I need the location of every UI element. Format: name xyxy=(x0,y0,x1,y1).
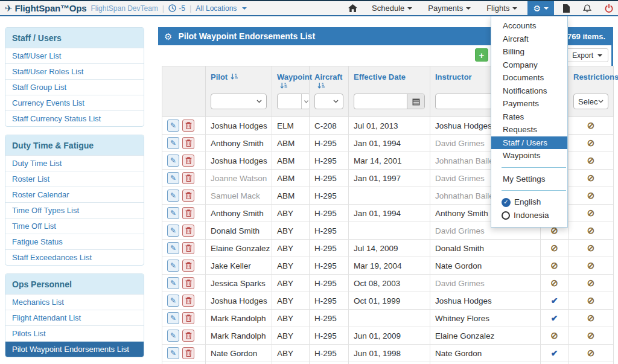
menu-item-payments[interactable]: Payments xyxy=(491,97,567,110)
sidebar-item-pilot-waypoint-endorsements-list[interactable]: Pilot Waypoint Endorsements List xyxy=(5,341,144,357)
delete-row-button[interactable] xyxy=(182,242,194,254)
sidebar-item-currency-events-list[interactable]: Currency Events List xyxy=(5,95,144,110)
menu-item-aircraft[interactable]: Aircraft xyxy=(491,33,567,46)
menu-item-waypoints[interactable]: Waypoints xyxy=(491,149,567,162)
sidebar-item-roster-calendar[interactable]: Roster Calendar xyxy=(5,187,144,202)
blocked-icon: ⊘ xyxy=(587,155,595,165)
menu-item-accounts[interactable]: Accounts xyxy=(491,19,567,33)
calendar-button[interactable] xyxy=(407,94,424,109)
pencil-icon: ✎ xyxy=(170,121,176,130)
sidebar-item-staff-currency-status-list[interactable]: Staff Currency Status List xyxy=(5,110,144,126)
logout-button[interactable] xyxy=(598,1,614,15)
restrictions-filter-select[interactable]: Selec xyxy=(573,94,608,109)
delete-row-button[interactable] xyxy=(182,312,194,324)
sidebar-item-time-off-types-list[interactable]: Time Off Types List xyxy=(5,202,144,218)
language-option-indonesia[interactable]: Indonesia xyxy=(491,209,567,222)
instructor-name: David Grimes xyxy=(435,226,485,235)
delete-row-button[interactable] xyxy=(182,172,194,184)
language-option-english[interactable]: ✓English xyxy=(491,196,567,209)
trash-icon xyxy=(185,174,192,182)
sidebar-item-flight-attendant-list[interactable]: Flight Attendant List xyxy=(5,310,144,325)
menu-item-requests[interactable]: Requests xyxy=(491,123,567,136)
sidebar-item-staff-group-list[interactable]: Staff Group List xyxy=(5,79,144,95)
utc-offset[interactable]: -5 xyxy=(168,4,185,13)
restrictions-cell: ⊘ xyxy=(569,345,614,362)
menu-item-staff-users[interactable]: Staff / Users xyxy=(491,136,567,150)
edit-row-button[interactable]: ✎ xyxy=(167,260,179,272)
home-button[interactable] xyxy=(342,1,364,15)
sidebar-section-title: Ops Personnel xyxy=(5,274,144,294)
sidebar-item-roster-list[interactable]: Roster List xyxy=(5,171,144,187)
edit-row-button[interactable]: ✎ xyxy=(167,330,179,342)
menu-item-billing[interactable]: Billing xyxy=(491,45,567,59)
column-header-waypoint[interactable]: Waypoint xyxy=(272,66,310,92)
menu-item-documents[interactable]: Documents xyxy=(491,71,567,85)
location-selector[interactable]: All Locations xyxy=(196,4,247,13)
edit-row-button[interactable]: ✎ xyxy=(167,242,179,254)
export-button[interactable]: Export xyxy=(566,48,608,62)
check-icon: ✔ xyxy=(551,348,558,358)
edit-row-button[interactable]: ✎ xyxy=(167,312,179,324)
delete-row-button[interactable] xyxy=(182,347,194,359)
sidebar-item-pilots-list[interactable]: Pilots List xyxy=(5,325,144,341)
edit-row-button[interactable]: ✎ xyxy=(167,137,179,149)
notifications-button[interactable] xyxy=(576,1,598,15)
waypoint-filter-combobox[interactable] xyxy=(277,94,311,109)
status-cell: ⊘ xyxy=(541,327,569,345)
delete-row-button[interactable] xyxy=(182,120,194,132)
pilot-filter-select[interactable] xyxy=(211,94,267,109)
menu-item-rates[interactable]: Rates xyxy=(491,110,567,124)
nav-menu-flights[interactable]: Flights xyxy=(479,1,525,15)
sidebar-item-mechanics-list[interactable]: Mechanics List xyxy=(5,294,144,310)
column-header-aircraft[interactable]: Aircraft xyxy=(310,66,349,92)
delete-row-button[interactable] xyxy=(182,277,194,289)
effective-date-filter-date[interactable] xyxy=(354,94,425,109)
edit-row-button[interactable]: ✎ xyxy=(167,172,179,184)
pilot-name: Donald Smith xyxy=(211,226,260,235)
add-button[interactable]: + xyxy=(475,48,488,62)
edit-row-button[interactable]: ✎ xyxy=(167,207,179,219)
delete-row-button[interactable] xyxy=(182,137,194,149)
combo-dropdown-toggle[interactable] xyxy=(301,94,310,109)
edit-row-button[interactable]: ✎ xyxy=(167,295,179,307)
delete-row-button[interactable] xyxy=(182,295,194,307)
status-cell: ✔ xyxy=(541,292,569,310)
restrictions-cell: ⊘ xyxy=(569,117,614,135)
nav-menu-label: Flights xyxy=(486,4,509,13)
nav-menu-schedule[interactable]: Schedule xyxy=(364,1,420,15)
pencil-icon: ✎ xyxy=(170,209,176,217)
column-header-pilot[interactable]: Pilot xyxy=(206,66,272,92)
edit-row-button[interactable]: ✎ xyxy=(167,225,179,237)
sort-icon[interactable] xyxy=(317,82,325,89)
sidebar-item-staff-exceedances-list[interactable]: Staff Exceedances List xyxy=(5,249,144,265)
sidebar-item-duty-time-list[interactable]: Duty Time List xyxy=(5,155,144,171)
sort-icon[interactable] xyxy=(231,73,238,80)
settings-menu-button[interactable]: ⚙ xyxy=(527,1,554,15)
nav-menu-payments[interactable]: Payments xyxy=(420,1,479,15)
menu-item-notifications[interactable]: Notifications xyxy=(491,85,567,98)
sort-icon[interactable] xyxy=(280,82,288,89)
documents-button[interactable] xyxy=(556,1,576,15)
menu-item-my-settings[interactable]: My Settings xyxy=(491,173,567,186)
sidebar-item-fatigue-status[interactable]: Fatigue Status xyxy=(5,234,144,249)
delete-row-button[interactable] xyxy=(182,225,194,237)
menu-item-company[interactable]: Company xyxy=(491,59,567,72)
sidebar-item-staff-user-roles-list[interactable]: Staff/User Roles List xyxy=(5,63,144,79)
edit-row-button[interactable]: ✎ xyxy=(167,120,179,132)
delete-row-button[interactable] xyxy=(182,207,194,219)
delete-row-button[interactable] xyxy=(182,155,194,167)
delete-row-button[interactable] xyxy=(182,260,194,272)
pilot-cell: Joanne Watson xyxy=(206,170,272,187)
edit-row-button[interactable]: ✎ xyxy=(167,190,179,202)
sidebar-item-staff-user-list[interactable]: Staff/User List xyxy=(5,48,144,63)
date-input[interactable] xyxy=(354,94,407,109)
delete-row-button[interactable] xyxy=(182,330,194,342)
sidebar-item-time-off-list[interactable]: Time Off List xyxy=(5,218,144,234)
edit-row-button[interactable]: ✎ xyxy=(167,155,179,167)
filter-input[interactable] xyxy=(278,94,301,109)
aircraft-filter-select[interactable] xyxy=(314,94,343,109)
edit-row-button[interactable]: ✎ xyxy=(167,277,179,289)
aircraft-cell: H-295 xyxy=(310,275,349,292)
edit-row-button[interactable]: ✎ xyxy=(167,347,179,359)
delete-row-button[interactable] xyxy=(182,190,194,202)
